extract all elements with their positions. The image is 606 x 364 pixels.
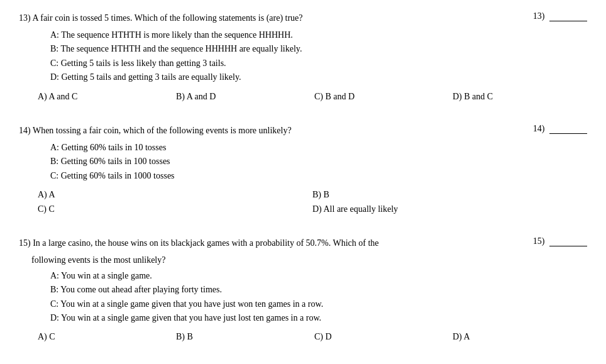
q14-ans-b: B) B [312,188,587,202]
q14-answer-label: 14) [521,124,587,134]
q14-options: A: Getting 60% tails in 10 tosses B: Get… [50,141,587,183]
q15-question-line1: In a large casino, the house wins on its… [33,238,378,248]
q14-option-b: B: Getting 60% tails in 100 tosses [50,155,587,168]
q13-option-a: A: The sequence HTHTH is more likely tha… [50,28,587,42]
question-15: 15) In a large casino, the house wins on… [19,236,587,345]
q15-ans-b: B) B [176,330,314,344]
q15-option-b: B: You come out ahead after playing fort… [50,283,587,297]
q15-option-c: C: You win at a single game given that y… [50,297,587,311]
q15-answers: A) C B) B C) D D) A [38,330,587,344]
question-13: 13) A fair coin is tossed 5 times. Which… [19,11,587,104]
q14-question: When tossing a fair coin, which of the f… [33,126,292,135]
q14-ans-c: C) C [38,202,312,216]
q13-ans-c: C) B and D [314,90,453,104]
q14-option-c: C: Getting 60% tails in 1000 tosses [50,169,587,183]
q13-number: 13) [19,13,31,23]
q15-ans-a: A) C [38,330,176,344]
q14-number: 14) [19,126,31,135]
q14-ans-d: D) All are equally likely [312,202,587,216]
q13-ans-a: A) A and C [38,90,176,104]
q13-option-b: B: The sequence HTHTH and the sequence H… [50,42,587,56]
q13-text: 13) A fair coin is tossed 5 times. Which… [19,11,521,25]
q13-question: A fair coin is tossed 5 times. Which of … [32,13,302,23]
q13-answer-label: 13) [521,11,587,21]
q15-answer-line [549,246,587,246]
q13-ans-d: D) B and C [453,90,591,104]
q14-ans-a: A) A [38,188,312,202]
q15-text: 15) In a large casino, the house wins on… [19,236,521,250]
q14-answer-line [549,133,587,134]
q14-text: 14) When tossing a fair coin, which of t… [19,124,521,137]
q13-answer-line [549,21,587,21]
q14-answers: A) A B) B C) C D) All are equally likely [38,188,587,216]
q13-option-c: C: Getting 5 tails is less likely than g… [50,57,587,70]
q13-option-d: D: Getting 5 tails and getting 3 tails a… [50,70,587,84]
q15-answer-label: 15) [521,236,587,246]
q15-number: 15) [19,238,31,248]
q15-ans-c: C) D [314,330,453,344]
question-14: 14) When tossing a fair coin, which of t… [19,124,587,216]
q13-options: A: The sequence HTHTH is more likely tha… [50,28,587,85]
q15-option-a: A: You win at a single game. [50,269,587,283]
q13-answers: A) A and C B) A and D C) B and D D) B an… [38,90,587,104]
q15-ans-d: D) A [453,330,591,344]
q15-options: A: You win at a single game. B: You come… [50,269,587,326]
q14-option-a: A: Getting 60% tails in 10 tosses [50,141,587,155]
q13-ans-b: B) A and D [176,90,314,104]
q15-text-line2: following events is the most unlikely? [31,253,587,267]
q15-option-d: D: You win at a single game given that y… [50,311,587,325]
